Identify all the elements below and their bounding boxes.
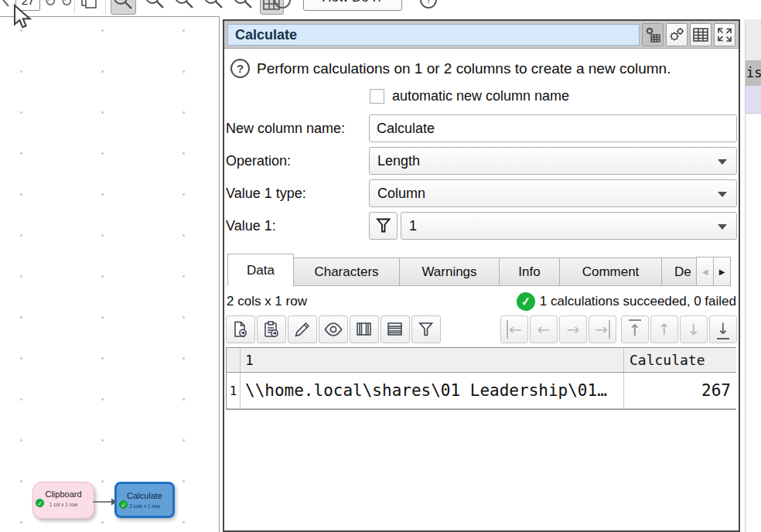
row-number[interactable]: 1 [227,373,241,408]
zoom-in-icon[interactable] [143,0,167,15]
tab-scroll-left-button[interactable]: ◀ [696,257,714,286]
chevron-down-icon [718,192,727,197]
expand-icon [716,26,733,43]
arrow-first-icon: ← [507,320,522,339]
sliver-top [746,19,761,60]
value1-type-row: Value 1 type: Column [226,179,737,207]
calculate-panel: Calculate ? Perform calculations on 1 or… [223,19,740,532]
operation-select[interactable]: Length [369,147,737,175]
status-row: 2 cols x 1 row ✓ 1 calculations succeede… [224,291,739,312]
go-top-row-button[interactable]: ↑ [621,315,649,343]
help-row: ? Perform calculations on 1 or 2 columns… [224,59,739,78]
column-header-calculate[interactable]: Calculate [624,348,736,372]
panel-title[interactable]: Calculate [227,24,640,46]
value1-type-select[interactable]: Column [369,179,737,207]
arrow-left-icon: ← [537,320,551,339]
go-next-col-button[interactable]: → [559,315,587,343]
table-dimensions-text: 2 cols x 1 row [227,294,307,309]
options-button[interactable] [666,23,688,46]
eye-icon [323,320,343,339]
edit-values-button[interactable] [288,315,317,343]
node-title: Clipboard [33,489,94,499]
column-header-1[interactable]: 1 [241,348,624,372]
show-transform-button[interactable] [642,23,664,46]
export-file-button[interactable] [226,315,255,343]
tab-characters[interactable]: Characters [293,257,400,286]
value1-row: Value 1: 1 [226,212,737,240]
undo-icon[interactable]: ↻ [44,0,56,10]
tab-details[interactable]: De [662,257,697,286]
zoom-out-icon[interactable] [172,0,196,15]
mouse-cursor [12,4,34,30]
gears-icon [668,26,685,43]
node-title: Calculate [117,491,172,500]
svg-text:?: ? [425,0,431,5]
arrow-right-icon: → [567,320,580,339]
new-column-name-label: New column name: [226,121,369,137]
value1-filter-button[interactable] [369,212,398,240]
clipboard-export-icon [262,320,281,339]
show-table-button[interactable] [690,23,712,46]
navigation-buttons: ← ← → → ↑ ↑ ↓ ↓ [499,315,737,343]
tab-data[interactable]: Data [227,254,294,286]
how-do-i-button[interactable]: How Do I? [303,0,402,11]
go-prev-col-button[interactable]: ← [530,315,558,343]
toolbar-separator [105,0,106,14]
question-icon[interactable]: ? [230,59,250,78]
tab-warnings[interactable]: Warnings [399,257,500,286]
duplicate-icon[interactable] [80,0,100,12]
operation-value: Length [377,153,420,169]
go-down-row-button[interactable]: ↓ [680,315,708,343]
go-first-col-button[interactable]: ← [500,315,528,343]
chevron-down-icon [718,224,727,230]
value1-type-label: Value 1 type: [226,186,369,202]
arrow-down-icon: ↓ [688,320,701,339]
node-calculate-selected[interactable]: ✓ Calculate 2 cols x 1 row [114,482,175,518]
arrow-last-icon: → [595,320,610,339]
rows-icon [386,320,404,339]
copy-to-clipboard-button[interactable] [257,315,286,343]
pencil-icon [293,320,312,339]
new-column-name-input[interactable] [369,114,737,142]
data-table: 1 Calculate 1 \\home.local\shares\01 Lea… [226,347,736,410]
funnel-icon [417,320,435,339]
tab-scroll-right-button[interactable]: ▶ [713,257,731,286]
go-last-col-button[interactable]: → [589,315,616,343]
tab-comment[interactable]: Comment [559,257,662,286]
recent-clock-icon[interactable] [272,0,294,14]
node-clipboard[interactable]: ✓ Clipboard 1 col x 1 row [32,482,94,519]
right-pane-sliver: is [745,19,761,532]
calc-status-text: 1 calculations succeeded, 0 failed [540,294,736,309]
flow-canvas[interactable]: ✓ Clipboard 1 col x 1 row ✓ Calculate 2 … [0,16,220,532]
go-up-row-button[interactable]: ↑ [650,315,678,343]
panel-titlebar: Calculate [224,21,739,49]
node-success-icon: ✓ [36,499,44,507]
column-widths-button[interactable] [350,315,379,343]
corner-cell[interactable] [227,348,241,372]
preview-button[interactable] [319,315,348,343]
success-check-icon: ✓ [516,291,536,311]
operation-label: Operation: [226,153,369,169]
new-column-name-row: New column name: [226,114,737,142]
magnifier-icon [111,0,135,14]
help-circle-icon[interactable]: ? [418,0,440,14]
zoom-tool-button-active[interactable] [111,0,136,15]
auto-name-checkbox[interactable] [370,89,384,104]
go-bottom-row-button[interactable]: ↓ [709,315,737,343]
toolbar-separator [74,0,75,14]
tab-info[interactable]: Info [499,257,560,286]
cell-path-value[interactable]: \\home.local\shares\01 Leadership\01… [241,373,624,408]
calc-status: ✓ 1 calculations succeeded, 0 failed [517,292,736,311]
zoom-reset-icon[interactable] [231,0,255,15]
table-header-row: 1 Calculate [227,348,736,373]
filter-data-button[interactable] [411,315,441,343]
maximize-pane-button[interactable] [714,23,735,46]
row-heights-button[interactable] [380,315,410,343]
redo-icon[interactable]: ↻ [60,0,73,10]
value1-select[interactable]: 1 [401,212,737,240]
arrow-top-icon: ↑ [629,319,642,339]
cell-calculate-value[interactable]: 267 [624,373,736,408]
table-icon [692,26,709,43]
zoom-fit-icon[interactable] [202,0,226,15]
table-row: 1 \\home.local\shares\01 Leadership\01… … [227,373,736,409]
